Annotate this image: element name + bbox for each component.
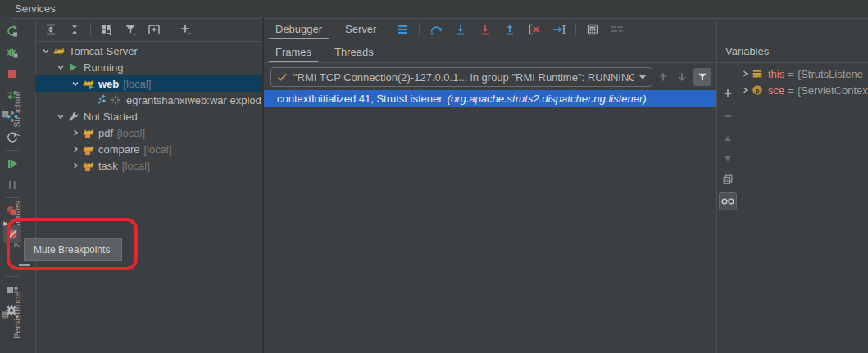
glasses-icon [721,197,734,206]
resume-program-button[interactable] [4,156,20,172]
tomcat-stopped-icon [82,159,97,172]
frame-text: contextInitialized:41, StrutsListener [277,93,443,105]
svg-text:p: p [756,87,760,94]
update-resources-button[interactable] [4,108,20,124]
step-over-button[interactable] [428,21,444,38]
run-icon [67,61,82,73]
collapse-all-button[interactable] [66,21,83,38]
tab-label: Frames [275,46,311,58]
mute-breakpoints-icon [6,228,19,241]
update-application-button[interactable] [4,87,20,103]
move-down-frame-button[interactable] [675,69,689,85]
expand-all-button[interactable] [43,21,59,38]
services-toolbar [35,18,262,42]
debugger-tab-bar: Debugger Server [264,18,716,40]
group-by-button[interactable] [98,21,115,38]
services-tool-window: Services ▦ 7: Structure ★ 2: Favorites ▥… [0,0,868,353]
run-to-cursor-button[interactable] [551,21,567,38]
rerun-debug-button[interactable] [4,44,20,61]
debugger-panel: Debugger Server [264,18,716,353]
pause-button[interactable] [4,177,20,193]
toolbar-separator [90,23,91,36]
thread-selector-dropdown[interactable]: "RMI TCP Connection(2)-127.0.0.1... in g… [270,67,652,87]
tree-label: egrantshanxiweb:war explod [126,94,261,106]
toolbar-divider [6,276,19,277]
tree-row-pdf[interactable]: pdf [local] [35,124,262,141]
evaluate-expression-button[interactable] [584,21,601,38]
rerun-server-button[interactable] [4,23,20,39]
variables-panel: Variables [716,18,868,353]
filter-services-button[interactable] [122,21,139,38]
tab-frames[interactable]: Frames [264,42,323,62]
tree-row-running[interactable]: Running [35,59,262,75]
chevron-right-icon[interactable] [69,128,82,138]
layout-settings-button[interactable] [609,21,625,38]
chevron-down-icon [639,74,647,80]
move-watch-up-button[interactable] [720,130,736,147]
variables-title: Variables [725,45,769,57]
mute-breakpoints-button[interactable] [3,225,21,243]
variable-name: sce [768,84,784,97]
update-resources-icon [6,110,19,123]
restore-layout-button[interactable] [4,282,20,298]
tree-row-web[interactable]: web [local] [35,75,262,92]
toolbar-divider [6,150,19,151]
chevron-right-icon[interactable] [738,85,752,95]
refresh-icon [6,131,19,144]
equals-sign: = [788,68,794,80]
move-up-frame-button[interactable] [656,69,670,85]
chevron-right-icon[interactable] [69,161,82,170]
tab-threads[interactable]: Threads [323,42,385,62]
add-icon [180,23,193,36]
chevron-down-icon[interactable] [54,62,67,72]
tree-row-task[interactable]: task [local] [35,157,262,174]
step-into-icon [454,23,467,36]
tree-row-not-started[interactable]: Not Started [35,108,262,124]
tree-row-tomcat-server[interactable]: Tomcat Server [35,43,262,59]
force-step-into-button[interactable] [477,21,493,38]
thread-selector-value: "RMI TCP Connection(2)-127.0.0.1... in g… [293,71,634,84]
tab-label: Server [345,23,376,35]
new-service-tab-button[interactable] [146,21,162,38]
show-watches-button[interactable] [719,192,737,210]
chevron-down-icon[interactable] [69,79,82,88]
tomcat-stopped-icon [82,143,97,156]
tree-row-compare[interactable]: compare [local] [35,141,262,157]
step-into-button[interactable] [452,21,469,38]
tree-label: Not Started [84,111,138,123]
step-out-icon [503,23,516,36]
frames-tab-bar: Frames Threads [264,41,716,63]
chevron-right-icon[interactable] [69,144,82,154]
checkmark-icon [276,71,289,83]
toolbar-separator [170,23,170,36]
step-out-button[interactable] [502,21,518,38]
tree-label: Tomcat Server [69,45,138,57]
drop-frame-button[interactable] [526,21,543,38]
stack-frame-row[interactable]: contextInitialized:41, StrutsListener (o… [264,90,716,107]
stop-button[interactable] [4,66,20,82]
variable-row-this[interactable]: this = {StrutsListene [738,66,868,82]
add-service-button[interactable] [178,21,194,38]
variable-row-sce[interactable]: p sce = {ServletContex [738,82,868,98]
tree-row-artifact[interactable]: egrantshanxiweb:war explod [35,92,262,108]
tab-debugger[interactable]: Debugger [264,19,334,39]
move-watch-down-button[interactable] [720,151,736,167]
chevron-right-icon[interactable] [738,69,752,79]
settings-button[interactable] [4,303,20,319]
show-execution-point-button[interactable] [394,21,411,38]
duplicate-watch-button[interactable] [720,171,736,188]
partially-hidden-toolbar-icon[interactable] [19,260,30,267]
add-watch-button[interactable] [720,85,736,102]
refresh-button[interactable] [4,129,20,146]
chevron-down-icon[interactable] [54,111,67,121]
tree-label: task [98,160,118,172]
view-breakpoints-button[interactable] [4,203,20,219]
remove-watch-button[interactable] [720,108,736,124]
tree-label: pdf [98,127,113,139]
tool-window-title: Services [15,2,56,15]
tab-server[interactable]: Server [334,19,388,39]
hide-frames-filter-button[interactable] [693,68,711,86]
tree-label: Running [84,61,123,74]
layout-disabled-icon [610,23,625,36]
chevron-down-icon[interactable] [39,46,52,56]
